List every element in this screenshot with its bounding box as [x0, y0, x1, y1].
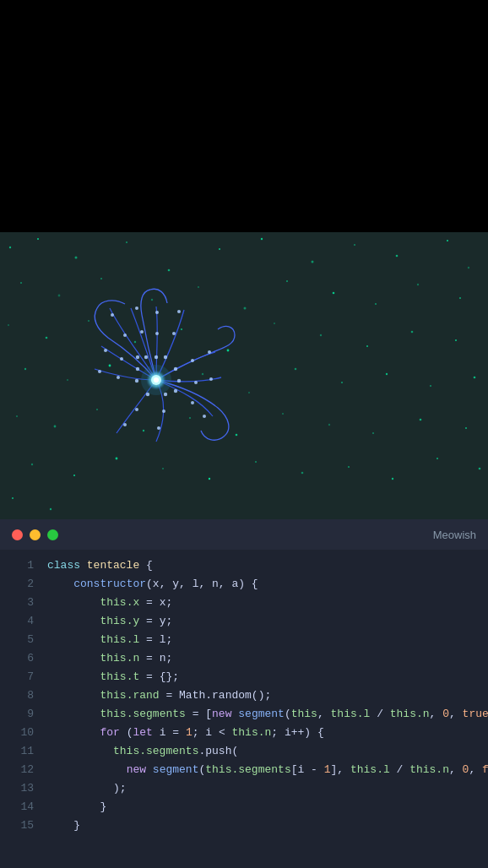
svg-point-89	[203, 415, 206, 418]
code-line: 6 this.n = n;	[0, 649, 488, 668]
code-line: 3 this.x = x;	[0, 594, 488, 612]
line-content: constructor(x, y, l, n, a) {	[47, 575, 258, 594]
svg-point-47	[96, 409, 98, 410]
svg-point-98	[98, 370, 101, 373]
line-content: this.y = y;	[47, 612, 172, 631]
svg-point-69	[136, 355, 139, 359]
code-line: 4 this.y = y;	[0, 612, 488, 631]
svg-point-56	[31, 464, 33, 465]
editor-titlebar: Meowish	[0, 519, 488, 550]
svg-point-64	[392, 478, 393, 480]
minimize-button[interactable]	[30, 529, 41, 540]
svg-point-85	[194, 381, 198, 384]
svg-point-62	[301, 472, 304, 475]
svg-point-17	[244, 307, 247, 310]
svg-point-35	[67, 379, 68, 381]
svg-point-87	[174, 389, 177, 393]
svg-point-36	[109, 365, 111, 367]
svg-point-91	[162, 410, 165, 413]
svg-point-46	[54, 426, 57, 428]
svg-point-31	[366, 345, 368, 347]
svg-point-4	[168, 269, 171, 272]
svg-point-19	[333, 292, 335, 295]
line-number: 8	[10, 689, 34, 702]
code-line: 12 new segment(this.segments[i - 1], thi…	[0, 761, 488, 779]
svg-point-43	[430, 385, 431, 387]
svg-point-39	[248, 392, 250, 393]
svg-point-61	[255, 461, 257, 463]
svg-point-82	[191, 359, 194, 362]
svg-point-25	[88, 320, 89, 322]
svg-point-65	[436, 458, 438, 459]
svg-point-57	[73, 475, 75, 476]
svg-point-33	[455, 339, 457, 341]
svg-point-8	[354, 244, 355, 246]
line-content: this.l = l;	[47, 631, 172, 649]
line-content: this.t = {};	[47, 668, 179, 686]
line-content: );	[47, 779, 127, 798]
svg-point-26	[134, 341, 136, 343]
svg-point-94	[135, 408, 138, 411]
svg-point-1	[37, 238, 39, 240]
line-number: 5	[10, 633, 34, 646]
svg-point-84	[177, 379, 181, 382]
svg-point-68	[50, 508, 52, 510]
svg-point-23	[8, 324, 9, 326]
svg-point-81	[174, 367, 177, 371]
line-number: 10	[10, 726, 34, 739]
svg-point-50	[236, 434, 238, 437]
svg-point-27	[181, 328, 182, 330]
svg-point-20	[375, 303, 377, 305]
svg-point-101	[104, 349, 107, 352]
svg-point-52	[328, 424, 330, 426]
svg-point-14	[100, 278, 102, 279]
code-editor: Meowish 1class tentacle {2 constructor(x…	[0, 519, 488, 868]
svg-point-2	[75, 257, 78, 259]
svg-point-32	[411, 331, 414, 334]
svg-point-49	[189, 417, 191, 419]
line-number: 13	[10, 782, 34, 795]
line-number: 7	[10, 670, 34, 683]
line-content: this.n = n;	[47, 649, 172, 668]
line-content: this.rand = Math.random();	[47, 686, 271, 705]
svg-point-54	[420, 419, 422, 421]
svg-point-96	[135, 379, 138, 382]
svg-point-76	[155, 332, 159, 335]
svg-point-97	[117, 376, 120, 379]
svg-point-86	[209, 377, 213, 381]
line-content: new segment(this.segments[i - 1], this.l…	[47, 761, 488, 779]
svg-point-42	[386, 373, 388, 375]
svg-point-70	[123, 334, 127, 337]
svg-point-71	[111, 313, 114, 317]
svg-point-59	[162, 468, 164, 469]
svg-point-92	[157, 426, 160, 430]
svg-point-95	[123, 423, 127, 426]
code-line: 1class tentacle {	[0, 556, 488, 575]
maximize-button[interactable]	[47, 529, 58, 540]
code-line: 8 this.rand = Math.random();	[0, 686, 488, 705]
line-number: 11	[10, 745, 34, 757]
svg-point-100	[120, 357, 123, 361]
code-line: 14 }	[0, 798, 488, 816]
svg-point-11	[468, 267, 469, 269]
svg-point-44	[474, 377, 476, 379]
svg-point-51	[282, 413, 284, 415]
svg-point-74	[135, 307, 138, 310]
code-line: 9 this.segments = [new segment(this, thi…	[0, 705, 488, 724]
svg-point-79	[172, 332, 176, 335]
svg-point-22	[459, 297, 461, 299]
svg-point-88	[191, 401, 194, 404]
svg-point-80	[177, 310, 181, 313]
svg-point-77	[155, 311, 159, 314]
line-number: 12	[10, 763, 34, 776]
svg-point-60	[209, 478, 210, 480]
svg-point-16	[198, 286, 199, 288]
svg-point-63	[348, 466, 350, 468]
svg-point-10	[447, 240, 448, 241]
svg-point-40	[295, 368, 297, 371]
close-button[interactable]	[12, 529, 23, 540]
svg-point-78	[164, 355, 167, 359]
svg-point-99	[136, 367, 139, 371]
line-content: }	[47, 798, 106, 816]
svg-point-34	[24, 368, 26, 370]
